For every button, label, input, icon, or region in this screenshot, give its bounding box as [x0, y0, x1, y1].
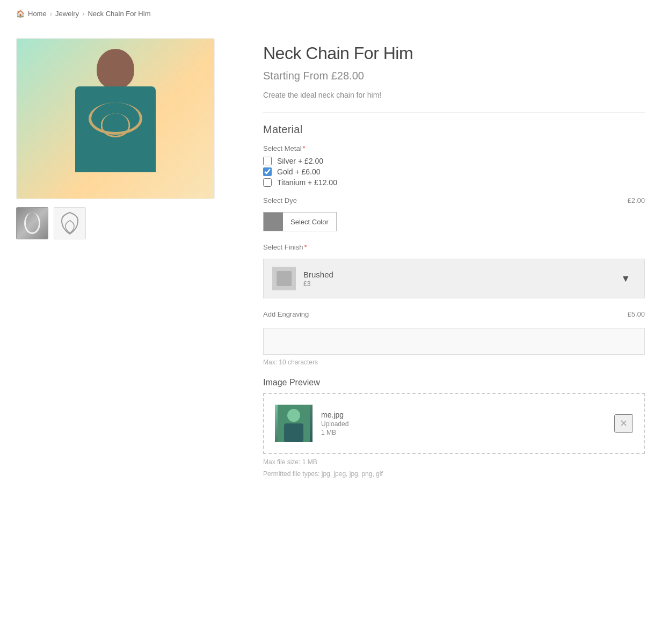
finish-sub-price: £3	[303, 280, 613, 288]
metal-checkbox-silver[interactable]	[263, 157, 272, 165]
image-preview-title: Image Preview	[263, 378, 645, 387]
select-color-label: Select Color	[283, 218, 336, 226]
material-section-title: Material	[263, 123, 645, 136]
breadcrumb-sep2: ›	[82, 10, 84, 18]
dye-price: £2.00	[627, 196, 645, 204]
dropdown-arrow-icon: ▼	[621, 273, 636, 284]
file-size: 1 MB	[321, 429, 606, 436]
file-info: me.jpg Uploaded 1 MB	[321, 411, 606, 436]
metal-label-silver: Silver + £2.00	[277, 157, 323, 165]
breadcrumb-current: Neck Chain For Him	[88, 10, 150, 18]
permitted-types: Permitted file types: jpg, jpeg, jpg, pn…	[263, 470, 645, 478]
svg-point-1	[287, 409, 300, 422]
thumbnail-2[interactable]	[54, 207, 86, 239]
remove-file-button[interactable]: ✕	[614, 414, 633, 433]
file-status: Uploaded	[321, 420, 606, 428]
metal-option-titanium[interactable]: Titanium + £12.00	[263, 178, 645, 187]
thumbnail-1[interactable]	[16, 207, 48, 239]
product-price: Starting From £28.00	[263, 70, 645, 82]
file-name: me.jpg	[321, 411, 606, 419]
product-description: Create the ideal neck chain for him!	[263, 91, 645, 99]
upload-zone[interactable]: me.jpg Uploaded 1 MB ✕	[263, 393, 645, 454]
breadcrumb-home[interactable]: Home	[28, 10, 47, 18]
max-file-size: Max file size: 1 MB	[263, 458, 645, 466]
color-swatch	[264, 213, 283, 231]
file-thumbnail	[275, 405, 313, 442]
select-color-button[interactable]: Select Color	[263, 212, 337, 231]
metal-label-gold: Gold + £6.00	[277, 167, 321, 176]
metal-options: Silver + £2.00 Gold + £6.00 Titanium + £…	[263, 157, 645, 187]
finish-name: Brushed	[303, 270, 613, 279]
breadcrumb: 🏠 Home › Jewelry › Neck Chain For Him	[0, 0, 661, 27]
thumbnail-row	[16, 207, 231, 239]
product-images	[16, 38, 231, 478]
select-dye-label: Select Dye	[263, 196, 297, 204]
finish-thumbnail	[272, 267, 296, 290]
add-engraving-label: Add Engraving	[263, 310, 309, 318]
metal-checkbox-titanium[interactable]	[263, 178, 272, 187]
finish-info: Brushed £3	[303, 270, 613, 288]
dye-field-row: Select Dye £2.00	[263, 196, 645, 209]
select-finish-label: Select Finish*	[263, 243, 307, 251]
finish-option-brushed[interactable]: Brushed £3 ▼	[264, 259, 644, 298]
breadcrumb-category[interactable]: Jewelry	[55, 10, 79, 18]
metal-label-titanium: Titanium + £12.00	[277, 178, 337, 187]
engraving-price: £5.00	[627, 310, 645, 318]
metal-option-silver[interactable]: Silver + £2.00	[263, 157, 645, 165]
metal-option-gold[interactable]: Gold + £6.00	[263, 167, 645, 176]
breadcrumb-sep1: ›	[50, 10, 52, 18]
product-title: Neck Chain For Him	[263, 43, 645, 63]
engraving-input[interactable]	[263, 328, 645, 355]
engraving-field-row: Add Engraving £5.00	[263, 310, 645, 323]
image-preview-section: Image Preview me.jpg Uploaded 1	[263, 378, 645, 478]
product-details: Neck Chain For Him Starting From £28.00 …	[263, 38, 645, 478]
uploaded-file: me.jpg Uploaded 1 MB ✕	[275, 405, 633, 442]
svg-rect-2	[284, 423, 303, 442]
product-image-figure	[62, 49, 169, 188]
finish-field-row: Select Finish*	[263, 243, 645, 255]
metal-checkbox-gold[interactable]	[263, 167, 272, 176]
main-image	[16, 38, 215, 199]
select-metal-label: Select Metal*	[263, 144, 645, 152]
finish-dropdown[interactable]: Brushed £3 ▼	[263, 259, 645, 298]
home-icon: 🏠	[16, 10, 25, 18]
engraving-hint: Max: 10 characters	[263, 358, 645, 366]
